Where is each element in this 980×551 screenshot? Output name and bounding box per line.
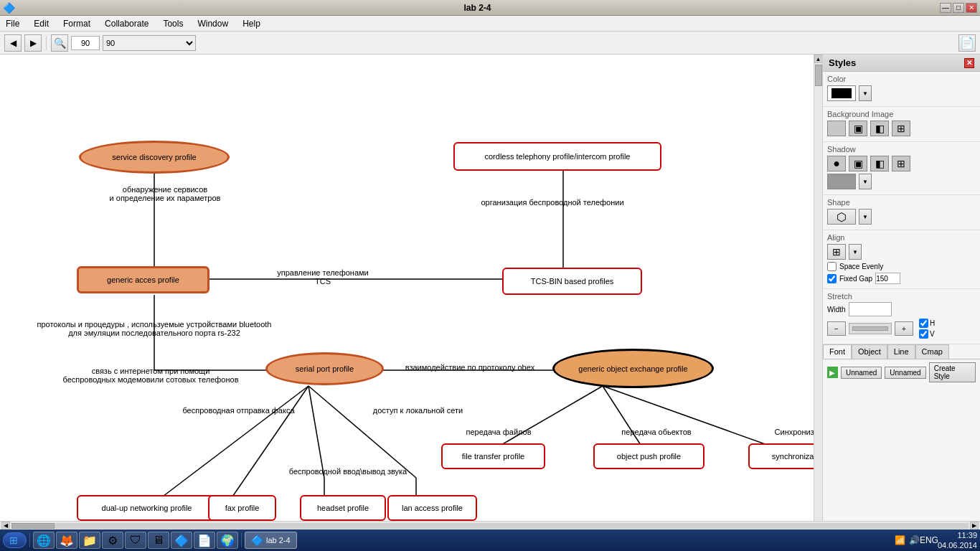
taskbar-divider-1 [29, 533, 30, 547]
start-button[interactable]: ⊞ [3, 532, 27, 548]
clock-display[interactable]: 11:39 04.06.2014 [938, 530, 977, 551]
hv-checkboxes: H V [919, 319, 935, 339]
tab-cmap[interactable]: Cmap [915, 344, 949, 359]
shadow-color-swatch[interactable] [827, 174, 856, 189]
unnamed-style-2[interactable]: Unnamed [885, 367, 925, 379]
bg-btn-3[interactable]: ◧ [870, 121, 889, 136]
node-cordless-telephony[interactable]: cordless telephony profile/intercom prof… [453, 142, 661, 171]
bg-btn-2[interactable]: ▣ [849, 121, 867, 136]
close-button[interactable]: ✕ [966, 3, 977, 13]
styles-panel: Styles ✕ Color ▼ Background Image ▣ [822, 55, 980, 521]
canvas[interactable]: service discovery profile cordless telep… [0, 55, 814, 521]
styles-close-button[interactable]: ✕ [964, 58, 974, 68]
taskbar-app-settings[interactable]: ⚙ [102, 532, 123, 549]
node-tcs-bin[interactable]: TCS-BIN based profiles [502, 268, 642, 295]
maximize-button[interactable]: □ [953, 3, 964, 13]
node-dual-up[interactable]: dual-up networking profile [77, 495, 217, 521]
taskbar-app-extra[interactable]: 🌍 [217, 532, 238, 549]
align-dropdown[interactable]: ▼ [849, 244, 862, 260]
space-evenly-checkbox[interactable] [827, 262, 837, 271]
bg-btn-1[interactable] [827, 121, 846, 136]
minimize-button[interactable]: — [940, 3, 951, 13]
shadow-btn-3[interactable]: ◧ [870, 156, 889, 171]
node-fax[interactable]: fax profile [208, 495, 276, 521]
menu-tools[interactable]: Tools [160, 17, 186, 30]
node-generic-object[interactable]: generic object exchange profile [552, 349, 714, 388]
create-style-button[interactable]: Create Style [929, 362, 976, 382]
forward-button[interactable]: ▶ [24, 34, 42, 52]
label-fax-wireless: беспроводная отправка факса [169, 406, 308, 415]
label-internet: связь с интернетом при помощибеспроводны… [54, 367, 248, 384]
shape-dropdown[interactable]: ▼ [859, 209, 872, 225]
zoom-input[interactable] [71, 36, 100, 50]
node-generic-acces[interactable]: generic acces profile [77, 266, 209, 293]
horizontal-scrollbar[interactable]: ◀ ▶ [0, 521, 980, 529]
menu-edit[interactable]: Edit [31, 17, 52, 30]
hscroll-thumb[interactable] [11, 523, 55, 529]
shape-btn[interactable]: ⬡ [827, 209, 856, 225]
fixed-gap-input[interactable] [875, 273, 900, 284]
style-play-button[interactable]: ▶ [827, 367, 838, 378]
scroll-up-arrow[interactable]: ▲ [814, 55, 823, 63]
unnamed-style-1[interactable]: Unnamed [841, 367, 882, 379]
color-swatch-inner [831, 88, 852, 98]
node-sync[interactable]: synchronization profile [748, 443, 814, 469]
taskbar: ⊞ 🌐 🦊 📁 ⚙ 🛡 🖥 🔷 📄 🌍 🔷 lab 2-4 📶 🔊 E [0, 529, 980, 551]
menu-format[interactable]: Format [60, 17, 93, 30]
tab-line[interactable]: Line [887, 344, 915, 359]
vertical-scrollbar[interactable]: ▲ [814, 55, 822, 521]
stretch-minus-btn[interactable]: − [827, 321, 846, 336]
node-file-transfer[interactable]: file transfer profile [441, 443, 545, 469]
tray-volume-icon[interactable]: 🔊 [909, 534, 920, 546]
label-objects: передача обьектов [603, 428, 710, 436]
back-button[interactable]: ◀ [4, 34, 22, 52]
tab-font[interactable]: Font [823, 344, 852, 359]
v-checkbox[interactable] [919, 329, 928, 339]
shadow-btn-circle[interactable]: ● [827, 156, 846, 171]
h-checkbox[interactable] [919, 319, 928, 328]
tray-lang-icon[interactable]: ENG [923, 534, 935, 546]
taskbar-active-window[interactable]: 🔷 lab 2-4 [245, 532, 297, 549]
scroll-right-arrow[interactable]: ▶ [970, 522, 979, 530]
stretch-slider[interactable] [849, 323, 892, 334]
taskbar-app-browser[interactable]: 🌐 [33, 532, 55, 549]
taskbar-divider-2 [241, 533, 242, 547]
color-dropdown-arrow[interactable]: ▼ [859, 85, 872, 101]
shadow-row2: ▼ [827, 174, 976, 189]
node-lan-access[interactable]: lan access profile [387, 495, 477, 521]
toolbar-separator [46, 36, 47, 50]
shadow-btn-4[interactable]: ⊞ [892, 156, 910, 171]
taskbar-app-word[interactable]: 📄 [194, 532, 215, 549]
fixed-gap-checkbox[interactable] [827, 274, 837, 283]
menu-file[interactable]: File [3, 17, 22, 30]
shadow-btn-2[interactable]: ▣ [849, 156, 867, 171]
align-icon[interactable]: ⊞ [827, 244, 846, 260]
label-obex: взаимодействие по протоколу obex [391, 363, 549, 372]
node-serial-port[interactable]: serial port profile [265, 352, 384, 385]
width-input[interactable] [849, 302, 892, 316]
taskbar-app-files[interactable]: 📁 [79, 532, 100, 549]
menu-help[interactable]: Help [240, 17, 263, 30]
align-label: Align [827, 233, 976, 242]
node-headset[interactable]: headset profile [300, 495, 386, 521]
scroll-left-arrow[interactable]: ◀ [1, 522, 10, 530]
bg-btn-4[interactable]: ⊞ [892, 121, 910, 136]
shadow-dropdown[interactable]: ▼ [859, 174, 872, 189]
taskbar-app-draw[interactable]: 🔷 [171, 532, 192, 549]
taskbar-app-security[interactable]: 🛡 [125, 532, 146, 549]
taskbar-app-display[interactable]: 🖥 [148, 532, 169, 549]
taskbar-app-firefox[interactable]: 🦊 [56, 532, 77, 549]
color-swatch[interactable] [827, 85, 856, 101]
scroll-thumb[interactable] [815, 65, 822, 86]
node-object-push[interactable]: object push profile [593, 443, 705, 469]
node-service-discovery[interactable]: service discovery profile [79, 141, 230, 174]
tray-network-icon[interactable]: 📶 [895, 534, 906, 546]
align-row: ⊞ ▼ [827, 244, 976, 260]
menu-window[interactable]: Window [194, 17, 231, 30]
menubar: File Edit Format Collaborate Tools Windo… [0, 16, 980, 32]
zoom-select[interactable]: 90 100 150 200 [103, 35, 196, 51]
tab-object[interactable]: Object [852, 344, 887, 359]
stretch-plus-btn[interactable]: + [895, 321, 913, 336]
menu-collaborate[interactable]: Collaborate [102, 17, 151, 30]
titlebar-controls: — □ ✕ [940, 3, 977, 13]
